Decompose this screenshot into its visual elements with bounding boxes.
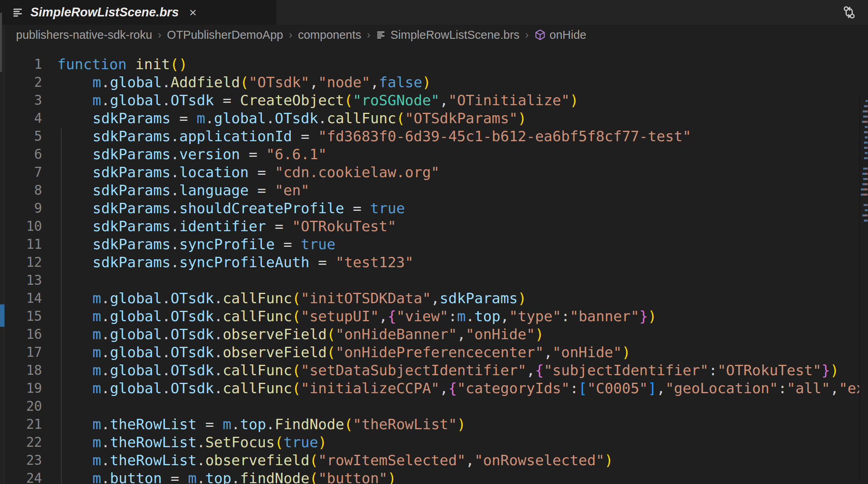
code-token: . [466, 308, 474, 324]
code-token: . [171, 254, 179, 270]
breadcrumb-item-symbol-onhide[interactable]: onHide [534, 28, 587, 42]
code-token: . [162, 74, 171, 90]
tab-close-icon[interactable]: × [189, 6, 197, 19]
code-area[interactable]: 1function init()2m.global.Addfield("OTsd… [0, 45, 860, 484]
code-line[interactable]: 15m.global.OTsdk.callFunc("setupUI",{"vi… [0, 307, 860, 325]
line-number[interactable]: 17 [0, 343, 42, 361]
code-token: syncProfile [179, 236, 275, 252]
line-number[interactable]: 24 [0, 469, 42, 484]
line-number[interactable]: 22 [0, 433, 42, 451]
code-line[interactable]: 2m.global.Addfield("OTsdk","node",false) [0, 73, 860, 91]
line-number[interactable]: 12 [0, 253, 42, 271]
code-line[interactable]: 21m.theRowList = m.top.FindNode("theRowL… [0, 415, 860, 433]
line-number[interactable]: 21 [0, 415, 42, 433]
code-token: callFunc [223, 290, 292, 306]
code-token: "OTinitialize" [448, 92, 570, 108]
code-token: global [110, 344, 162, 360]
code-token: . [101, 290, 110, 306]
code-line[interactable]: 17m.global.OTsdk.observeField("onHidePre… [0, 343, 860, 361]
code-line[interactable]: 18m.global.OTsdk.callFunc("setDataSubjec… [0, 361, 860, 379]
code-token: m [92, 92, 101, 108]
line-number[interactable]: 13 [0, 271, 42, 289]
line-number[interactable]: 3 [0, 91, 42, 109]
code-token: . [197, 434, 205, 450]
line-number[interactable]: 4 [0, 109, 42, 127]
line-number[interactable]: 2 [0, 73, 42, 91]
line-number[interactable]: 20 [0, 397, 42, 415]
code-token: true [370, 200, 405, 216]
code-token: OTsdk [171, 362, 214, 378]
code-line[interactable]: 16m.global.OTsdk.observeField("onHideBan… [0, 325, 860, 343]
code-token: sdkParams [92, 146, 171, 162]
line-number[interactable]: 9 [0, 199, 42, 217]
line-number[interactable]: 1 [0, 55, 42, 73]
code-line[interactable]: 24m.button = m.top.findNode("button") [0, 469, 860, 484]
line-number[interactable]: 8 [0, 181, 42, 199]
line-number[interactable]: 7 [0, 163, 42, 181]
code-token: . [162, 380, 171, 396]
code-line[interactable]: 11sdkParams.syncProfile = true [0, 235, 860, 253]
code-token: "OTRokuTest" [717, 362, 822, 378]
code-line[interactable]: 12sdkParams.syncProfileAuth = "test123" [0, 253, 860, 271]
code-line[interactable]: 4sdkParams = m.global.OTsdk.callFunc("OT… [0, 109, 860, 127]
code-token: m [223, 416, 231, 432]
left-scrollbar-sliver[interactable] [0, 13, 2, 72]
line-number[interactable]: 16 [0, 325, 42, 343]
code-token: global [214, 110, 266, 126]
code-token: . [214, 380, 223, 396]
code-line[interactable]: 19m.global.OTsdk.callFunc("initializeCCP… [0, 379, 860, 397]
breadcrumb-item-root[interactable]: publishers-native-sdk-roku [16, 28, 152, 42]
code-line[interactable]: 14m.global.OTsdk.callFunc("initOTSDKData… [0, 289, 860, 307]
code-line[interactable]: 9sdkParams.shouldCreateProfile = true [0, 199, 860, 217]
code-line[interactable]: 8sdkParams.language = "en" [0, 181, 860, 199]
code-token: , [500, 308, 509, 324]
line-number[interactable]: 23 [0, 451, 42, 469]
code-line[interactable]: 10sdkParams.identifier = "OTRokuTest" [0, 217, 860, 235]
code-token: . [231, 416, 240, 432]
line-number[interactable]: 19 [0, 379, 42, 397]
code-line[interactable]: 5sdkParams.applicationId = "fd3683f0-6d3… [0, 127, 860, 145]
code-token: . [171, 200, 179, 216]
line-number[interactable]: 5 [0, 127, 42, 145]
code-line[interactable]: 20 [0, 397, 860, 415]
code-line[interactable]: 7sdkParams.location = "cdn.cookielaw.org… [0, 163, 860, 181]
code-token: , [657, 380, 665, 396]
open-changes-icon[interactable] [842, 5, 857, 20]
code-token: ( [344, 92, 353, 108]
editor[interactable]: 1function init()2m.global.Addfield("OTsd… [0, 45, 868, 484]
code-token: . [214, 326, 223, 342]
code-token: m [92, 434, 101, 450]
code-token: . [231, 470, 240, 484]
code-token: . [171, 236, 179, 252]
line-number[interactable]: 15 [0, 307, 42, 325]
code-token: applicationId [179, 128, 292, 144]
code-token: "all" [787, 380, 830, 396]
code-token: . [266, 110, 275, 126]
line-number[interactable]: 11 [0, 235, 42, 253]
code-line[interactable]: 3m.global.OTsdk = CreateObject("roSGNode… [0, 91, 860, 109]
code-line[interactable]: 22m.theRowList.SetFocus(true) [0, 433, 860, 451]
tab-simplerowlistscene[interactable]: SimpleRowListScene.brs × [0, 0, 276, 25]
code-line[interactable]: 23m.theRowList.observefield("rowItemSele… [0, 451, 860, 469]
breadcrumb-item-app[interactable]: OTPublisherDemoApp [167, 28, 283, 42]
code-line[interactable]: 1function init() [0, 55, 860, 73]
code-line[interactable]: 6sdkParams.version = "6.6.1" [0, 145, 860, 163]
code-token: ) [570, 92, 579, 108]
minimap[interactable] [859, 97, 868, 481]
minimap-line [865, 152, 868, 154]
line-number[interactable]: 14 [0, 289, 42, 307]
code-line[interactable]: 13 [0, 271, 860, 289]
left-edge-strip [0, 25, 5, 484]
code-token: . [214, 308, 223, 324]
minimap-line [866, 100, 868, 102]
code-text: m.global.OTsdk.callFunc("initializeCCPA"… [42, 379, 860, 397]
code-token: , [466, 452, 474, 468]
code-token: . [162, 326, 171, 342]
line-number[interactable]: 10 [0, 217, 42, 235]
breadcrumb-item-file[interactable]: SimpleRowListScene.brs [376, 28, 519, 42]
breadcrumb-item-components[interactable]: components [298, 28, 361, 42]
line-number[interactable]: 18 [0, 361, 42, 379]
code-token: = [214, 92, 240, 108]
code-token: ( [275, 434, 283, 450]
line-number[interactable]: 6 [0, 145, 42, 163]
